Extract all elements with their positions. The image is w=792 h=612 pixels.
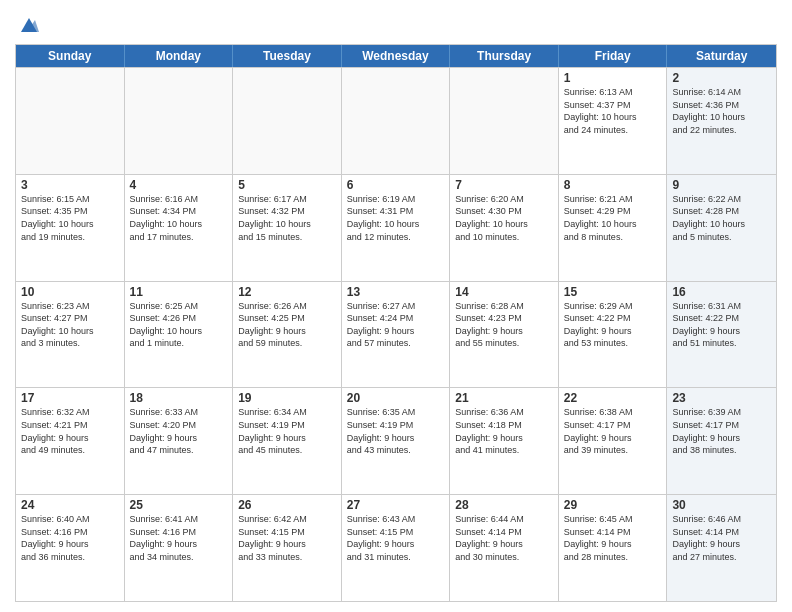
- calendar-row-0: 1Sunrise: 6:13 AM Sunset: 4:37 PM Daylig…: [16, 67, 776, 174]
- cal-cell-14: 14Sunrise: 6:28 AM Sunset: 4:23 PM Dayli…: [450, 282, 559, 388]
- day-info: Sunrise: 6:22 AM Sunset: 4:28 PM Dayligh…: [672, 193, 771, 243]
- day-info: Sunrise: 6:32 AM Sunset: 4:21 PM Dayligh…: [21, 406, 119, 456]
- logo: [15, 14, 39, 36]
- day-number: 21: [455, 391, 553, 405]
- day-info: Sunrise: 6:45 AM Sunset: 4:14 PM Dayligh…: [564, 513, 662, 563]
- day-info: Sunrise: 6:26 AM Sunset: 4:25 PM Dayligh…: [238, 300, 336, 350]
- day-number: 17: [21, 391, 119, 405]
- day-info: Sunrise: 6:23 AM Sunset: 4:27 PM Dayligh…: [21, 300, 119, 350]
- day-info: Sunrise: 6:31 AM Sunset: 4:22 PM Dayligh…: [672, 300, 771, 350]
- cal-cell-26: 26Sunrise: 6:42 AM Sunset: 4:15 PM Dayli…: [233, 495, 342, 601]
- calendar-row-4: 24Sunrise: 6:40 AM Sunset: 4:16 PM Dayli…: [16, 494, 776, 601]
- calendar-row-3: 17Sunrise: 6:32 AM Sunset: 4:21 PM Dayli…: [16, 387, 776, 494]
- calendar: SundayMondayTuesdayWednesdayThursdayFrid…: [15, 44, 777, 602]
- cal-cell-7: 7Sunrise: 6:20 AM Sunset: 4:30 PM Daylig…: [450, 175, 559, 281]
- cal-cell-11: 11Sunrise: 6:25 AM Sunset: 4:26 PM Dayli…: [125, 282, 234, 388]
- cal-cell-22: 22Sunrise: 6:38 AM Sunset: 4:17 PM Dayli…: [559, 388, 668, 494]
- day-number: 27: [347, 498, 445, 512]
- day-number: 24: [21, 498, 119, 512]
- cal-cell-2: 2Sunrise: 6:14 AM Sunset: 4:36 PM Daylig…: [667, 68, 776, 174]
- day-number: 18: [130, 391, 228, 405]
- day-info: Sunrise: 6:21 AM Sunset: 4:29 PM Dayligh…: [564, 193, 662, 243]
- day-number: 16: [672, 285, 771, 299]
- day-info: Sunrise: 6:13 AM Sunset: 4:37 PM Dayligh…: [564, 86, 662, 136]
- calendar-row-1: 3Sunrise: 6:15 AM Sunset: 4:35 PM Daylig…: [16, 174, 776, 281]
- logo-icon: [17, 14, 39, 36]
- day-number: 25: [130, 498, 228, 512]
- cal-cell-25: 25Sunrise: 6:41 AM Sunset: 4:16 PM Dayli…: [125, 495, 234, 601]
- day-info: Sunrise: 6:38 AM Sunset: 4:17 PM Dayligh…: [564, 406, 662, 456]
- day-info: Sunrise: 6:25 AM Sunset: 4:26 PM Dayligh…: [130, 300, 228, 350]
- cal-cell-12: 12Sunrise: 6:26 AM Sunset: 4:25 PM Dayli…: [233, 282, 342, 388]
- cal-cell-empty-0-0: [16, 68, 125, 174]
- day-number: 12: [238, 285, 336, 299]
- day-info: Sunrise: 6:42 AM Sunset: 4:15 PM Dayligh…: [238, 513, 336, 563]
- cal-cell-15: 15Sunrise: 6:29 AM Sunset: 4:22 PM Dayli…: [559, 282, 668, 388]
- day-number: 19: [238, 391, 336, 405]
- day-number: 28: [455, 498, 553, 512]
- day-info: Sunrise: 6:43 AM Sunset: 4:15 PM Dayligh…: [347, 513, 445, 563]
- day-info: Sunrise: 6:28 AM Sunset: 4:23 PM Dayligh…: [455, 300, 553, 350]
- weekday-header-saturday: Saturday: [667, 45, 776, 67]
- day-number: 3: [21, 178, 119, 192]
- day-info: Sunrise: 6:20 AM Sunset: 4:30 PM Dayligh…: [455, 193, 553, 243]
- day-info: Sunrise: 6:16 AM Sunset: 4:34 PM Dayligh…: [130, 193, 228, 243]
- weekday-header-tuesday: Tuesday: [233, 45, 342, 67]
- cal-cell-28: 28Sunrise: 6:44 AM Sunset: 4:14 PM Dayli…: [450, 495, 559, 601]
- weekday-header-monday: Monday: [125, 45, 234, 67]
- cal-cell-30: 30Sunrise: 6:46 AM Sunset: 4:14 PM Dayli…: [667, 495, 776, 601]
- cal-cell-8: 8Sunrise: 6:21 AM Sunset: 4:29 PM Daylig…: [559, 175, 668, 281]
- cal-cell-13: 13Sunrise: 6:27 AM Sunset: 4:24 PM Dayli…: [342, 282, 451, 388]
- cal-cell-9: 9Sunrise: 6:22 AM Sunset: 4:28 PM Daylig…: [667, 175, 776, 281]
- day-number: 9: [672, 178, 771, 192]
- day-number: 6: [347, 178, 445, 192]
- day-info: Sunrise: 6:34 AM Sunset: 4:19 PM Dayligh…: [238, 406, 336, 456]
- day-number: 29: [564, 498, 662, 512]
- day-number: 14: [455, 285, 553, 299]
- calendar-row-2: 10Sunrise: 6:23 AM Sunset: 4:27 PM Dayli…: [16, 281, 776, 388]
- cal-cell-4: 4Sunrise: 6:16 AM Sunset: 4:34 PM Daylig…: [125, 175, 234, 281]
- day-info: Sunrise: 6:35 AM Sunset: 4:19 PM Dayligh…: [347, 406, 445, 456]
- day-info: Sunrise: 6:44 AM Sunset: 4:14 PM Dayligh…: [455, 513, 553, 563]
- day-number: 20: [347, 391, 445, 405]
- cal-cell-empty-0-4: [450, 68, 559, 174]
- cal-cell-24: 24Sunrise: 6:40 AM Sunset: 4:16 PM Dayli…: [16, 495, 125, 601]
- day-info: Sunrise: 6:41 AM Sunset: 4:16 PM Dayligh…: [130, 513, 228, 563]
- cal-cell-21: 21Sunrise: 6:36 AM Sunset: 4:18 PM Dayli…: [450, 388, 559, 494]
- day-info: Sunrise: 6:36 AM Sunset: 4:18 PM Dayligh…: [455, 406, 553, 456]
- day-info: Sunrise: 6:19 AM Sunset: 4:31 PM Dayligh…: [347, 193, 445, 243]
- day-number: 13: [347, 285, 445, 299]
- cal-cell-23: 23Sunrise: 6:39 AM Sunset: 4:17 PM Dayli…: [667, 388, 776, 494]
- day-number: 26: [238, 498, 336, 512]
- cal-cell-19: 19Sunrise: 6:34 AM Sunset: 4:19 PM Dayli…: [233, 388, 342, 494]
- day-number: 10: [21, 285, 119, 299]
- day-info: Sunrise: 6:15 AM Sunset: 4:35 PM Dayligh…: [21, 193, 119, 243]
- cal-cell-6: 6Sunrise: 6:19 AM Sunset: 4:31 PM Daylig…: [342, 175, 451, 281]
- cal-cell-5: 5Sunrise: 6:17 AM Sunset: 4:32 PM Daylig…: [233, 175, 342, 281]
- weekday-header-sunday: Sunday: [16, 45, 125, 67]
- cal-cell-3: 3Sunrise: 6:15 AM Sunset: 4:35 PM Daylig…: [16, 175, 125, 281]
- day-info: Sunrise: 6:40 AM Sunset: 4:16 PM Dayligh…: [21, 513, 119, 563]
- day-number: 23: [672, 391, 771, 405]
- day-info: Sunrise: 6:17 AM Sunset: 4:32 PM Dayligh…: [238, 193, 336, 243]
- day-info: Sunrise: 6:33 AM Sunset: 4:20 PM Dayligh…: [130, 406, 228, 456]
- day-number: 22: [564, 391, 662, 405]
- day-info: Sunrise: 6:29 AM Sunset: 4:22 PM Dayligh…: [564, 300, 662, 350]
- cal-cell-17: 17Sunrise: 6:32 AM Sunset: 4:21 PM Dayli…: [16, 388, 125, 494]
- day-number: 11: [130, 285, 228, 299]
- cal-cell-18: 18Sunrise: 6:33 AM Sunset: 4:20 PM Dayli…: [125, 388, 234, 494]
- day-info: Sunrise: 6:46 AM Sunset: 4:14 PM Dayligh…: [672, 513, 771, 563]
- day-number: 4: [130, 178, 228, 192]
- cal-cell-empty-0-3: [342, 68, 451, 174]
- day-info: Sunrise: 6:27 AM Sunset: 4:24 PM Dayligh…: [347, 300, 445, 350]
- page: SundayMondayTuesdayWednesdayThursdayFrid…: [0, 0, 792, 612]
- day-info: Sunrise: 6:39 AM Sunset: 4:17 PM Dayligh…: [672, 406, 771, 456]
- header: [15, 10, 777, 36]
- weekday-header-friday: Friday: [559, 45, 668, 67]
- cal-cell-27: 27Sunrise: 6:43 AM Sunset: 4:15 PM Dayli…: [342, 495, 451, 601]
- day-number: 8: [564, 178, 662, 192]
- weekday-header-thursday: Thursday: [450, 45, 559, 67]
- weekday-header-wednesday: Wednesday: [342, 45, 451, 67]
- day-number: 1: [564, 71, 662, 85]
- cal-cell-empty-0-2: [233, 68, 342, 174]
